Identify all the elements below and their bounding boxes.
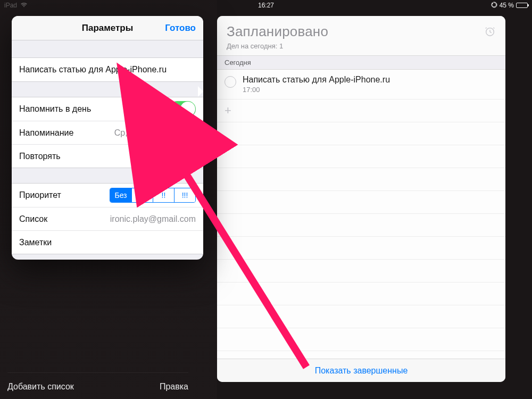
show-completed-button[interactable]: Показать завершенные	[315, 366, 408, 376]
reminder-value: Ср, 10.02.16 г., 17:00	[114, 128, 196, 138]
notes-label: Заметки	[19, 238, 52, 247]
priority-high[interactable]: !!!	[174, 188, 195, 202]
remind-on-day-label: Напомнить в день	[19, 104, 91, 114]
priority-row: Приоритет Без ! !! !!!	[12, 184, 203, 207]
done-button[interactable]: Готово	[165, 23, 196, 34]
list-row[interactable]: Список ironic.play@gmail.com	[12, 207, 203, 230]
section-today: Сегодня	[217, 56, 505, 70]
battery-text: 45 %	[500, 2, 514, 9]
reminder-title: Написать статью для Apple-iPhone.ru	[243, 75, 390, 85]
battery-icon	[516, 3, 528, 8]
repeat-value: Никогда	[155, 152, 187, 161]
reminder-row-cell[interactable]: Напоминание Ср, 10.02.16 г., 17:00	[12, 121, 203, 144]
details-popover: Параметры Готово Написать статью для App…	[12, 16, 203, 260]
empty-lines	[217, 122, 505, 351]
reminder-time: 17:00	[243, 86, 390, 94]
priority-segment[interactable]: Без ! !! !!!	[110, 188, 196, 203]
reminder-title-field[interactable]: Написать статью для Apple-iPhone.ru	[12, 58, 203, 81]
add-reminder-button[interactable]: +	[217, 99, 505, 122]
clock-icon	[484, 26, 496, 39]
priority-label: Приоритет	[19, 190, 61, 200]
edit-button[interactable]: Правка	[160, 382, 188, 392]
priority-med[interactable]: !!	[153, 188, 174, 202]
status-time: 16:27	[258, 2, 274, 9]
scheduled-card: Запланировано Дел на сегодня: 1 Сегодня …	[217, 16, 505, 382]
remind-on-day-row: Напомнить в день	[12, 97, 203, 121]
priority-none[interactable]: Без	[110, 188, 131, 202]
reminder-checkbox[interactable]	[225, 76, 236, 88]
priority-low[interactable]: !	[131, 188, 153, 202]
notes-row[interactable]: Заметки	[12, 230, 203, 254]
reminder-row[interactable]: Написать статью для Apple-iPhone.ru 17:0…	[217, 70, 505, 99]
popover-title: Параметры	[82, 23, 134, 34]
reminder-title-text: Написать статью для Apple-iPhone.ru	[19, 65, 167, 74]
list-value: ironic.play@gmail.com	[110, 214, 196, 224]
scheduled-subtitle: Дел на сегодня: 1	[227, 42, 496, 50]
repeat-label: Повторять	[19, 152, 61, 161]
reminder-label: Напоминание	[19, 128, 73, 138]
list-label: Список	[19, 214, 47, 224]
chevron-right-icon	[192, 152, 196, 161]
repeat-row[interactable]: Повторять Никогда	[12, 144, 203, 168]
add-list-button[interactable]: Добавить список	[7, 382, 74, 392]
rotation-lock-icon	[491, 2, 497, 10]
scheduled-title: Запланировано	[227, 23, 496, 40]
remind-on-day-switch[interactable]	[169, 101, 196, 117]
